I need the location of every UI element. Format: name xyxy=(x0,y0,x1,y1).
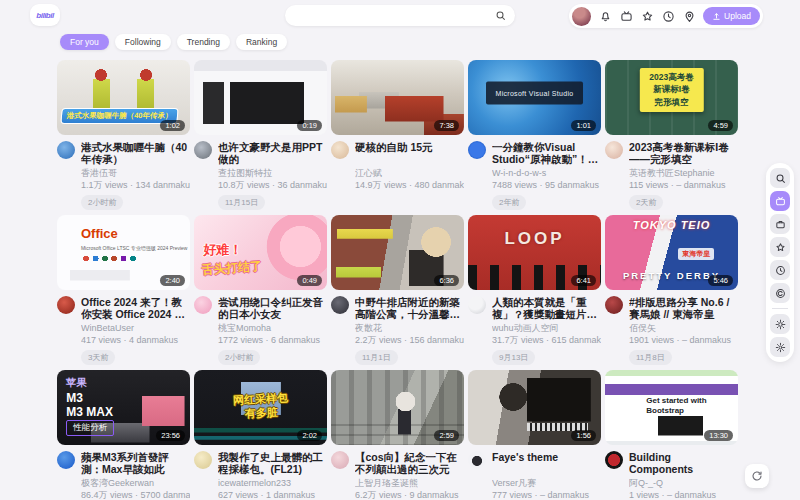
video-card[interactable]: TOKYO TEIO PRETTY DERBY 東海帝皇 5:46 #排版思路分… xyxy=(605,215,738,365)
uploader-avatar[interactable] xyxy=(605,451,623,469)
sidebar-briefcase-icon[interactable] xyxy=(770,214,790,234)
uploader-avatar[interactable] xyxy=(605,141,623,159)
video-card[interactable]: LOOP 6:41 人類的本質就是「重複」？獲獎動畫短片《LOOP》 wuhu动… xyxy=(468,215,601,365)
favorites-star-icon[interactable] xyxy=(640,9,654,23)
video-card[interactable]: Office Microsoft Office LTSC 专业增强版 2024 … xyxy=(57,215,190,365)
video-thumbnail[interactable]: 2:59 xyxy=(331,370,464,445)
video-thumbnail[interactable]: 7:38 xyxy=(331,60,464,135)
video-title[interactable]: 硬核的自助 15元 xyxy=(355,141,464,165)
video-title[interactable]: 我製作了史上最髒的工程採樣包。(FL21) xyxy=(218,451,327,475)
site-logo[interactable]: bilibil xyxy=(30,4,60,26)
uploader-avatar[interactable] xyxy=(331,141,349,159)
video-card[interactable]: 2023高考卷 新课标I卷 完形填空 4:59 2023高考卷新课标I卷——完形… xyxy=(605,60,738,210)
uploader-name[interactable]: 上智月珞圣诞熊 xyxy=(355,478,464,489)
video-thumbnail[interactable]: 6:36 xyxy=(331,215,464,290)
uploader-avatar[interactable] xyxy=(331,451,349,469)
video-card[interactable]: 苹果 M3 M3 MAX 性能分析 23:56 蘋果M3系列首發評測：Max早該… xyxy=(57,370,190,500)
user-avatar[interactable] xyxy=(572,7,591,26)
uploader-avatar[interactable] xyxy=(194,451,212,469)
uploader-name[interactable]: 查拉图斯特拉 xyxy=(218,168,327,179)
video-thumbnail[interactable]: Get started with Bootstrap 13:30 xyxy=(605,370,738,445)
video-title[interactable]: 蘋果M3系列首發評測：Max早該如此 xyxy=(81,451,190,475)
video-title[interactable]: 2023高考卷新课标I卷——完形填空 xyxy=(629,141,738,165)
sidebar-home-icon[interactable] xyxy=(770,191,790,211)
video-card[interactable]: Microsoft Visual Studio 1:01 一分鐘教你Visual… xyxy=(468,60,601,210)
video-title[interactable]: 也许文豪野犬是用PPT做的 xyxy=(218,141,327,165)
video-title[interactable]: 一分鐘教你Visual Studio“原神啟動”！（適用於Blend） xyxy=(492,141,601,165)
uploader-name[interactable]: 佰俣矢 xyxy=(629,323,738,334)
video-card[interactable]: 7:38 硬核的自助 15元 江心赋 14.9万 views · 480 dan… xyxy=(331,60,464,210)
video-thumbnail[interactable]: TOKYO TEIO PRETTY DERBY 東海帝皇 5:46 xyxy=(605,215,738,290)
history-clock-icon[interactable] xyxy=(661,9,675,23)
thumbnail-overlay-text: Get started with Bootstrap xyxy=(646,396,706,417)
sidebar-settings-gear-icon[interactable] xyxy=(770,337,790,357)
uploader-name[interactable]: 阿Q-_-Q xyxy=(629,478,738,489)
uploader-avatar[interactable] xyxy=(605,296,623,314)
location-pin-icon[interactable] xyxy=(682,9,696,23)
uploader-avatar[interactable] xyxy=(194,296,212,314)
video-thumbnail[interactable]: 港式水果咖喱牛腩（40年传承） 1:02 xyxy=(57,60,190,135)
uploader-avatar[interactable] xyxy=(468,451,486,469)
video-card[interactable]: 1:56 Faye's theme Verser凡赛 777 views · –… xyxy=(468,370,601,500)
upload-button[interactable]: Upload xyxy=(703,7,760,25)
uploader-avatar[interactable] xyxy=(468,141,486,159)
uploader-name[interactable]: icewatermelon233 xyxy=(218,478,327,489)
notifications-bell-icon[interactable] xyxy=(598,9,612,23)
refresh-button[interactable] xyxy=(745,464,769,488)
uploader-name[interactable]: 香港伍哥 xyxy=(81,168,190,179)
video-title[interactable]: Building Components xyxy=(629,451,738,475)
video-card[interactable]: 6:36 中野牛排店附近的新築高階公寓，十分溫馨甚至九分乾淨 夜散花 2.2万 … xyxy=(331,215,464,365)
uploader-avatar[interactable] xyxy=(57,296,75,314)
video-title[interactable]: #排版思路分享 No.6 / 賽馬娘 // 東海帝皇 xyxy=(629,296,738,320)
video-thumbnail[interactable]: 0:19 xyxy=(194,60,327,135)
video-title[interactable]: 港式水果咖喱牛腩（40年传承） xyxy=(81,141,190,165)
video-title[interactable]: 中野牛排店附近的新築高階公寓，十分溫馨甚至九分乾淨 xyxy=(355,296,464,320)
uploader-avatar[interactable] xyxy=(194,141,212,159)
uploader-name[interactable]: WinBetaUser xyxy=(81,323,190,334)
video-title[interactable]: 尝试用绕口令纠正发音的日本小女友 xyxy=(218,296,327,320)
uploader-name[interactable]: 极客湾Geekerwan xyxy=(81,478,190,489)
uploader-avatar[interactable] xyxy=(331,296,349,314)
tv-icon[interactable] xyxy=(619,9,633,23)
video-card[interactable]: 港式水果咖喱牛腩（40年传承） 1:02 港式水果咖喱牛腩（40年传承） 香港伍… xyxy=(57,60,190,210)
video-thumbnail[interactable]: 好难！ 舌头打结了 0:49 xyxy=(194,215,327,290)
video-card[interactable]: 0:19 也许文豪野犬是用PPT做的 查拉图斯特拉 10.8万 views · … xyxy=(194,60,327,210)
video-thumbnail[interactable]: 1:56 xyxy=(468,370,601,445)
uploader-name[interactable]: 英语教书匠Stephanie xyxy=(629,168,738,179)
video-card[interactable]: 网红采样包 有多脏 2:02 我製作了史上最髒的工程採樣包。(FL21) ice… xyxy=(194,370,327,500)
video-card[interactable]: 好难！ 舌头打结了 0:49 尝试用绕口令纠正发音的日本小女友 桃宝Momoha… xyxy=(194,215,327,365)
uploader-avatar[interactable] xyxy=(57,141,75,159)
video-thumbnail[interactable]: 网红采样包 有多脏 2:02 xyxy=(194,370,327,445)
video-thumbnail[interactable]: Office Microsoft Office LTSC 专业增强版 2024 … xyxy=(57,215,190,290)
tab-ranking[interactable]: Ranking xyxy=(236,34,287,50)
video-card[interactable]: Get started with Bootstrap 13:30 Buildin… xyxy=(605,370,738,500)
video-title[interactable]: 【cos向】紀念一下在不列顛出過的三次元 xyxy=(355,451,464,475)
sidebar-theme-sun-icon[interactable] xyxy=(770,314,790,334)
video-thumbnail[interactable]: 2023高考卷 新课标I卷 完形填空 4:59 xyxy=(605,60,738,135)
video-title[interactable]: Office 2024 来了！教你安装 Office 2024 预览版! xyxy=(81,296,190,320)
uploader-name[interactable]: 桃宝Momoha xyxy=(218,323,327,334)
uploader-name[interactable]: W-i-n-d-o-w-s xyxy=(492,168,601,179)
sidebar-history-icon[interactable] xyxy=(770,260,790,280)
video-card[interactable]: 2:59 【cos向】紀念一下在不列顛出過的三次元 上智月珞圣诞熊 6.2万 v… xyxy=(331,370,464,500)
video-thumbnail[interactable]: Microsoft Visual Studio 1:01 xyxy=(468,60,601,135)
sidebar-search-icon[interactable] xyxy=(770,168,790,188)
thumbnail-overlay-text: PRETTY DERBY xyxy=(623,270,720,281)
tab-trending[interactable]: Trending xyxy=(177,34,230,50)
search-input[interactable] xyxy=(285,10,495,21)
uploader-name[interactable]: 夜散花 xyxy=(355,323,464,334)
search-icon[interactable] xyxy=(495,10,506,21)
uploader-avatar[interactable] xyxy=(57,451,75,469)
sidebar-star-icon[interactable] xyxy=(770,237,790,257)
uploader-name[interactable]: Verser凡赛 xyxy=(492,478,601,489)
sidebar-coin-icon[interactable] xyxy=(770,283,790,303)
uploader-name[interactable]: wuhu动画人空间 xyxy=(492,323,601,334)
tab-for-you[interactable]: For you xyxy=(60,34,109,50)
video-title[interactable]: Faye's theme xyxy=(492,451,601,475)
tab-following[interactable]: Following xyxy=(115,34,171,50)
video-thumbnail[interactable]: LOOP 6:41 xyxy=(468,215,601,290)
uploader-avatar[interactable] xyxy=(468,296,486,314)
video-thumbnail[interactable]: 苹果 M3 M3 MAX 性能分析 23:56 xyxy=(57,370,190,445)
video-title[interactable]: 人類的本質就是「重複」？獲獎動畫短片《LOOP》 xyxy=(492,296,601,320)
uploader-name[interactable]: 江心赋 xyxy=(355,168,464,179)
